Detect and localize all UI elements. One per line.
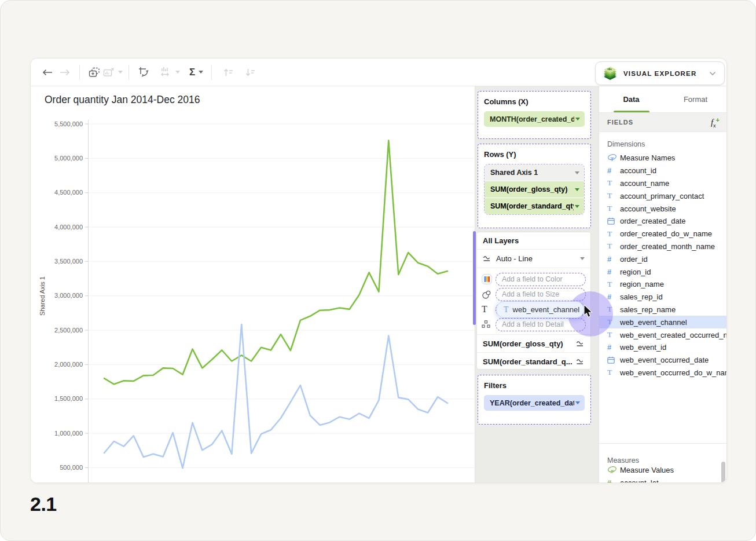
date-icon <box>607 356 620 364</box>
number-icon: # <box>607 255 620 264</box>
field-label: order_created_date <box>620 217 685 225</box>
field-row-MeasureValues[interactable]: #Measure Values <box>599 464 727 477</box>
toolbar-divider <box>129 65 129 80</box>
pill-caret-icon[interactable] <box>575 205 579 208</box>
field-row-web_event_created_occurred_na[interactable]: Tweb_event_created_occurred_na... <box>599 328 727 341</box>
field-row-order_created_date[interactable]: order_created_date <box>599 215 727 228</box>
field-label: region_name <box>620 280 664 288</box>
dimensions-list: TMeasure Names#account_idTaccount_nameTa… <box>599 152 727 379</box>
y-tick-label: 5,000,000 <box>54 155 83 162</box>
tab-format[interactable]: Format <box>663 86 727 112</box>
mark-type-caret-icon[interactable] <box>580 257 585 260</box>
add-calculated-field-button[interactable]: fx+ <box>711 116 720 129</box>
measure-names-icon: T <box>607 153 620 162</box>
field-row-order_created_do_w_name[interactable]: Torder_created_do_w_name <box>599 228 727 240</box>
columns-shelf[interactable]: Columns (X) MONTH(order_created_d... <box>478 91 591 139</box>
sidebar-scrollbar[interactable] <box>721 462 725 483</box>
text-icon: T <box>607 368 620 377</box>
content-area: Order quantity Jan 2014-Dec 2016 5,500,0… <box>31 86 726 483</box>
add-field-to-size[interactable]: Add a field to Size <box>496 288 586 301</box>
aggregate-button[interactable]: Σ <box>189 67 203 77</box>
clear-chart-button[interactable] <box>103 67 123 78</box>
columns-pill-month[interactable]: MONTH(order_created_d... <box>484 111 585 127</box>
pill-caret-icon[interactable] <box>575 401 580 404</box>
rows-shelf[interactable]: Rows (Y) Shared Axis 1 SUM(order_gloss_q… <box>478 144 591 228</box>
field-row-region_name[interactable]: Tregion_name <box>599 278 727 291</box>
measures-list: #Measure Values#account_lat <box>599 464 727 483</box>
pill-caret-icon[interactable] <box>575 171 579 174</box>
shelf-panel: Columns (X) MONTH(order_created_d... Row… <box>475 86 599 483</box>
filter-pill-year[interactable]: YEAR(order_created_date) <box>484 395 585 411</box>
redo-button[interactable] <box>56 64 74 81</box>
layer-row-gloss[interactable]: SUM(order_gloss_qty) <box>477 334 590 352</box>
color-icon[interactable] <box>482 274 496 284</box>
field-row-order_created_month_name[interactable]: Torder_created_month_name <box>599 240 727 253</box>
size-icon[interactable] <box>482 290 496 299</box>
all-layers-header: All Layers <box>477 232 590 250</box>
pill-caret-icon[interactable] <box>575 118 580 120</box>
bar-width-icon <box>160 67 172 78</box>
dragged-field-pill[interactable]: T web_event_channel <box>496 301 584 318</box>
svg-text:T: T <box>611 156 614 162</box>
field-row-web_event_occurred_do_w_name[interactable]: Tweb_event_occurred_do_w_name <box>599 367 727 379</box>
field-row-web_event_channel[interactable]: Tweb_event_channel <box>599 316 727 328</box>
field-row-MeasureNames[interactable]: TMeasure Names <box>599 152 727 165</box>
field-label: web_event_channel <box>620 318 687 327</box>
line-chart[interactable]: 5,500,0005,000,0004,500,0004,000,0003,50… <box>31 86 475 483</box>
dimensions-label: Dimensions <box>599 132 727 152</box>
field-row-order_id[interactable]: #order_id <box>599 253 727 265</box>
field-row-account_name[interactable]: Taccount_name <box>599 177 727 190</box>
y-tick-label: 1,000,000 <box>54 430 83 437</box>
sort-ascending-button[interactable] <box>220 64 237 81</box>
tab-data[interactable]: Data <box>599 86 663 112</box>
field-row-account_id[interactable]: #account_id <box>599 165 727 177</box>
text-icon[interactable]: T <box>482 304 496 315</box>
shared-axis-pill[interactable]: Shared Axis 1 <box>485 165 584 181</box>
bar-width-button[interactable] <box>160 67 180 78</box>
add-field-to-color[interactable]: Add a field to Color <box>496 273 586 286</box>
field-row-account_website[interactable]: Taccount_website <box>599 202 727 215</box>
pill-caret-icon[interactable] <box>575 188 579 191</box>
y-tick-label: 3,000,000 <box>54 292 83 299</box>
field-label: account_website <box>620 204 676 213</box>
field-label: order_id <box>620 255 648 264</box>
mark-type-dropdown[interactable]: Auto - Line <box>477 250 590 268</box>
number-green-icon: # <box>607 478 620 483</box>
field-row-sales_rep_id[interactable]: #sales_rep_id <box>599 291 727 304</box>
field-row-account_primary_contact[interactable]: Taccount_primary_contact <box>599 189 727 202</box>
line-mark-icon <box>576 341 585 347</box>
toolbar: Σ <box>31 59 726 86</box>
detail-icon[interactable] <box>482 320 496 328</box>
clear-chart-caret-icon <box>118 71 123 74</box>
field-row-sales_rep_name[interactable]: Tsales_rep_name <box>599 304 727 316</box>
visual-explorer-logo <box>603 65 618 82</box>
y-tick-label: 4,500,000 <box>54 189 83 196</box>
field-label: web_event_occurred_do_w_name <box>620 368 727 377</box>
rows-pill-standard[interactable]: SUM(order_standard_qty) <box>485 198 584 214</box>
duplicate-icon <box>89 67 100 78</box>
visual-explorer-menu-button[interactable]: VISUAL EXPLORER <box>595 61 725 85</box>
toolbar-divider <box>211 65 212 80</box>
field-row-account_lat[interactable]: #account_lat <box>599 477 727 483</box>
undo-button[interactable] <box>39 64 56 81</box>
sort-descending-button[interactable] <box>242 64 259 81</box>
y-tick-label: 500,000 <box>60 464 83 471</box>
sort-descending-icon <box>245 67 256 78</box>
swap-axes-button[interactable] <box>135 64 152 81</box>
back-arrow-icon <box>41 68 54 77</box>
screenshot-root: Σ <box>0 0 756 541</box>
text-icon: T <box>607 242 620 251</box>
mouse-cursor-icon <box>583 305 595 319</box>
y-tick-label: 3,500,000 <box>54 258 83 265</box>
field-row-web_event_id[interactable]: #web_event_id <box>599 341 727 354</box>
duplicate-chart-button[interactable] <box>86 64 103 81</box>
layer-row-standard[interactable]: SUM(order_standard_q... <box>477 352 590 370</box>
field-label: Measure Names <box>620 153 675 162</box>
filters-shelf[interactable]: Filters YEAR(order_created_date) <box>478 375 591 425</box>
text-icon: T <box>607 280 620 289</box>
visual-explorer-label: VISUAL EXPLORER <box>623 70 696 77</box>
rows-pill-gloss[interactable]: SUM(order_gloss_qty) <box>485 181 584 198</box>
field-row-region_id[interactable]: #region_id <box>599 265 727 278</box>
field-row-web_event_occurred_date[interactable]: web_event_occurred_date <box>599 354 727 367</box>
swap-axes-icon <box>138 67 149 78</box>
